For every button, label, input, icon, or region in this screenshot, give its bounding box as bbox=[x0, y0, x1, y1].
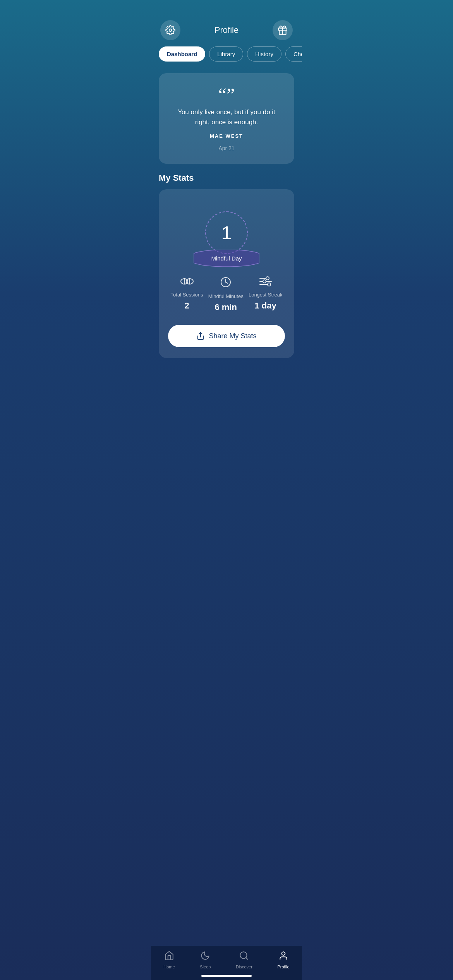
badge-circle: 1 bbox=[205, 211, 248, 254]
streak-value: 1 day bbox=[255, 301, 276, 311]
badge-ribbon: Mindful Day bbox=[194, 250, 259, 267]
tab-history[interactable]: History bbox=[247, 46, 281, 62]
page-title: Profile bbox=[214, 25, 239, 35]
sessions-value: 2 bbox=[184, 301, 189, 311]
svg-line-9 bbox=[226, 282, 228, 283]
nav-item-sleep[interactable]: Sleep bbox=[200, 951, 211, 969]
quote-card: “” You only live once, but if you do it … bbox=[159, 73, 294, 164]
svg-point-13 bbox=[263, 280, 266, 283]
svg-point-16 bbox=[268, 283, 271, 286]
gift-button[interactable] bbox=[273, 20, 293, 40]
sessions-icon bbox=[180, 276, 194, 289]
stat-mindful-minutes: Mindful Minutes 6 min bbox=[208, 276, 244, 312]
tab-library[interactable]: Library bbox=[209, 46, 243, 62]
tabs-container: Dashboard Library History Check-Ins bbox=[151, 46, 302, 69]
nav-label-home: Home bbox=[163, 965, 175, 969]
badge-number: 1 bbox=[221, 222, 232, 243]
svg-line-19 bbox=[246, 958, 248, 959]
sessions-label: Total Sessions bbox=[171, 292, 203, 298]
quote-mark: “” bbox=[170, 86, 283, 104]
nav-label-profile: Profile bbox=[277, 965, 289, 969]
home-indicator bbox=[201, 975, 252, 977]
nav-label-sleep: Sleep bbox=[200, 965, 211, 969]
sleep-icon bbox=[200, 951, 210, 963]
nav-item-home[interactable]: Home bbox=[163, 951, 175, 969]
badge-container: 1 Mindful Day bbox=[168, 202, 285, 264]
svg-point-20 bbox=[282, 952, 285, 955]
tab-dashboard[interactable]: Dashboard bbox=[159, 46, 205, 62]
stats-row: Total Sessions 2 Mindful Minutes 6 min bbox=[168, 276, 285, 312]
nav-item-discover[interactable]: Discover bbox=[236, 951, 252, 969]
quote-author: MAE WEST bbox=[170, 133, 283, 139]
minutes-label: Mindful Minutes bbox=[208, 293, 244, 299]
share-button-label: Share My Stats bbox=[209, 332, 256, 340]
tab-checkins[interactable]: Check-Ins bbox=[285, 46, 302, 62]
svg-point-11 bbox=[266, 277, 269, 280]
ribbon-label: Mindful Day bbox=[211, 255, 242, 262]
nav-item-profile[interactable]: Profile bbox=[277, 951, 289, 969]
share-my-stats-button[interactable]: Share My Stats bbox=[168, 325, 285, 347]
mindful-day-badge: 1 Mindful Day bbox=[192, 202, 261, 264]
discover-icon bbox=[239, 951, 249, 963]
minutes-value: 6 min bbox=[214, 302, 237, 312]
stat-total-sessions: Total Sessions 2 bbox=[171, 276, 203, 312]
home-icon bbox=[164, 951, 174, 963]
streak-label: Longest Streak bbox=[249, 292, 282, 298]
header: Profile bbox=[151, 17, 302, 46]
settings-button[interactable] bbox=[160, 20, 180, 40]
quote-text: You only live once, but if you do it rig… bbox=[170, 107, 283, 127]
minutes-icon bbox=[220, 276, 232, 290]
quote-date: Apr 21 bbox=[170, 145, 283, 151]
nav-label-discover: Discover bbox=[236, 965, 252, 969]
svg-point-0 bbox=[169, 29, 172, 32]
my-stats-label: My Stats bbox=[151, 173, 302, 189]
streak-icon bbox=[259, 276, 272, 289]
stats-card: 1 Mindful Day bbox=[159, 189, 294, 358]
stat-longest-streak: Longest Streak 1 day bbox=[249, 276, 282, 312]
profile-icon bbox=[278, 951, 288, 963]
share-icon bbox=[196, 332, 205, 340]
